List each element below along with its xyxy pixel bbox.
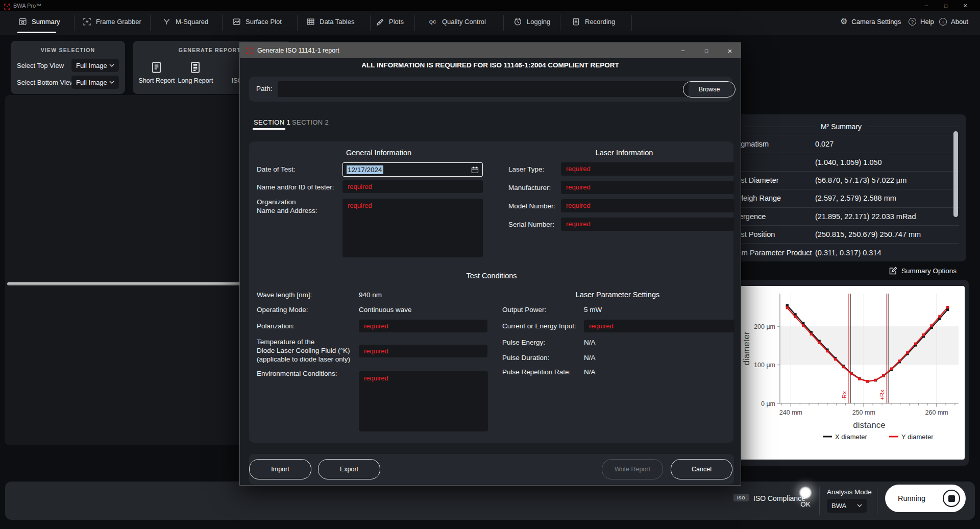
iso-status-indicator <box>799 486 812 499</box>
serial-number-label: Serial Number: <box>508 220 554 229</box>
nav-tab-logging[interactable]: Logging <box>513 11 550 32</box>
dialog-minimize-button[interactable]: – <box>672 43 694 58</box>
pulse-energy-label: Pulse Energy: <box>502 338 545 347</box>
close-button[interactable]: × <box>955 0 975 11</box>
nav-tab-surface-plot[interactable]: Surface Plot <box>232 11 282 32</box>
nav-tab-label: Frame Grabber <box>96 18 141 26</box>
cancel-button[interactable]: Cancel <box>671 459 732 479</box>
summary-row-label: Waist Position <box>728 230 815 238</box>
nav-tab-label: Quality Control <box>442 18 486 26</box>
m2-summary-card: M² Summary Astigmatism0.027M²(1.040, 1.0… <box>716 114 966 261</box>
nav-divider <box>503 15 504 31</box>
general-information-title: General Information <box>346 149 411 157</box>
window-titlebar: BWA Pro™ – □ × <box>0 0 980 11</box>
nav-tab-label: M-Squared <box>176 18 208 26</box>
nav-right-label: Camera Settings <box>851 18 901 26</box>
nav-tab-summary[interactable]: Summary <box>18 11 60 32</box>
manufacturer-input[interactable]: required <box>561 181 734 194</box>
current-energy-input[interactable]: required <box>584 320 734 332</box>
path-input[interactable] <box>278 81 689 97</box>
nav-camera-settings-button[interactable]: ⚙Camera Settings <box>840 11 901 32</box>
nav-divider <box>560 15 560 31</box>
report-item-label: Short Report <box>139 77 175 84</box>
summary-row-value: (250.815, 250.679) 250.747 mm <box>815 230 921 238</box>
nav-tab-label: Logging <box>527 18 550 26</box>
laser-information-title: Laser Information <box>596 149 653 157</box>
svg-text:240 mm: 240 mm <box>779 409 802 416</box>
nav-help-button[interactable]: ?Help <box>909 11 934 32</box>
environmental-input[interactable]: required <box>359 371 488 431</box>
caustic-chart: -Rx+Rx240 mm250 mm260 mm0 µm100 µm200 µm… <box>737 286 965 460</box>
nav-tab-plots[interactable]: Plots <box>376 11 404 32</box>
wavelength-value: 940 nm <box>359 291 382 300</box>
nav-tab-label: Surface Plot <box>246 18 282 26</box>
model-number-input[interactable]: required <box>561 199 734 212</box>
nav-tab-m-squared[interactable]: M-Squared <box>162 11 208 32</box>
tester-input[interactable]: required <box>342 180 483 193</box>
app-logo-icon <box>4 3 10 9</box>
pulse-rate-label: Pulse Repetition Rate: <box>502 368 571 377</box>
summary-row-label: Divergence <box>728 212 815 221</box>
organization-input[interactable]: required <box>342 199 483 257</box>
section1-card: General Information Date of Test: 12/17/… <box>249 141 733 443</box>
polarization-input[interactable]: required <box>359 320 487 332</box>
dialog-icon <box>246 47 253 54</box>
laser-type-input[interactable]: required <box>561 162 734 176</box>
bottom-view-value: Full Image <box>76 79 107 86</box>
summary-row-label: Rayleigh Range <box>728 194 815 202</box>
serial-number-input[interactable]: required <box>561 218 734 231</box>
stop-icon <box>943 490 960 507</box>
dialog-close-button[interactable]: × <box>719 43 741 58</box>
pulse-energy-value: N/A <box>584 338 596 347</box>
write-report-button[interactable]: Write Report <box>602 459 663 479</box>
summary-row-value: 0.027 <box>815 140 834 148</box>
m2-summary-title: M² Summary <box>821 123 862 131</box>
laser-parameter-settings-title: Laser Parameter Settings <box>576 291 659 299</box>
import-button[interactable]: Import <box>249 459 311 479</box>
summary-row: Waist Diameter(56.870, 57.173) 57.022 µm <box>728 171 959 189</box>
summary-options-button[interactable]: Summary Options <box>889 267 957 275</box>
dialog-titlebar[interactable]: Generate ISO 11141-1 report <box>240 43 741 58</box>
nav-tab-quality-control[interactable]: QCQuality Control <box>429 11 486 32</box>
bottom-view-select[interactable]: Full Image <box>71 76 119 89</box>
nav-tab-data-tables[interactable]: Data Tables <box>306 11 354 32</box>
summary-scrollbar[interactable] <box>953 131 958 217</box>
pulse-duration-label: Pulse Duration: <box>502 353 549 363</box>
minimize-button[interactable]: – <box>917 0 936 11</box>
svg-text:+Rx: +Rx <box>879 390 885 400</box>
nav-about-button[interactable]: iAbout <box>939 11 968 32</box>
browse-button[interactable]: Browse <box>683 81 736 98</box>
svg-text:distance: distance <box>853 420 885 430</box>
summary-row-label: Waist Diameter <box>728 176 815 184</box>
svg-text:100 µm: 100 µm <box>754 362 775 369</box>
svg-text:Y diameter: Y diameter <box>901 433 934 441</box>
summary-row-value: (2.597, 2.579) 2.588 mm <box>815 194 896 202</box>
analysis-mode-select[interactable]: BWA <box>827 499 867 513</box>
dialog-title: Generate ISO 11141-1 report <box>257 47 339 54</box>
tab-section-1[interactable]: SECTION 1 <box>254 118 290 126</box>
top-view-select[interactable]: Full Image <box>71 59 119 72</box>
nav-divider <box>370 15 371 31</box>
nav-tab-frame-grabber[interactable]: Frame Grabber <box>83 11 141 32</box>
nav-tab-recording[interactable]: Recording <box>572 11 615 32</box>
maximize-button[interactable]: □ <box>936 0 955 11</box>
date-of-test-input[interactable]: 12/17/2024 <box>342 162 483 177</box>
svg-text:0 µm: 0 µm <box>761 400 775 407</box>
nav-divider <box>222 15 223 31</box>
nav-tab-label: Data Tables <box>320 18 354 26</box>
operating-mode-value: Continuous wave <box>359 305 412 315</box>
frame-grabber-icon <box>83 17 91 26</box>
temperature-input[interactable]: required <box>359 345 487 357</box>
tab-underline <box>253 128 285 130</box>
dialog-maximize-button[interactable]: □ <box>695 43 718 58</box>
run-stop-button[interactable]: Running <box>885 485 966 512</box>
select-top-view-label: Select Top View <box>17 62 64 69</box>
report-item-short-report[interactable]: Short Report <box>139 60 175 84</box>
report-item-long-report[interactable]: Long Report <box>178 60 213 84</box>
nav-divider <box>631 15 632 31</box>
path-label: Path: <box>256 84 273 93</box>
export-button[interactable]: Export <box>318 459 380 479</box>
logging-icon <box>513 17 522 26</box>
recording-icon <box>572 17 580 26</box>
tab-section-2[interactable]: SECTION 2 <box>292 118 329 126</box>
